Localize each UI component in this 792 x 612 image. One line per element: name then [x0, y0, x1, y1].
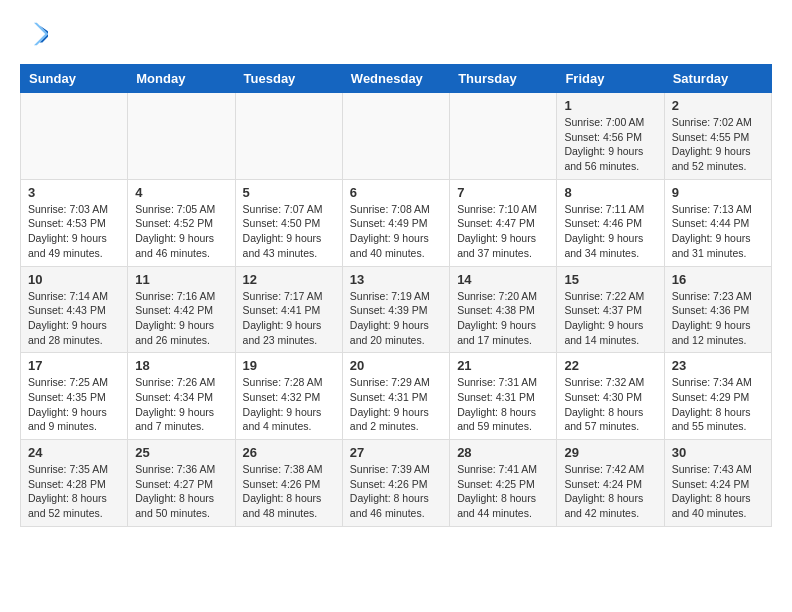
day-of-week-header: Wednesday: [342, 65, 449, 93]
day-info: Sunrise: 7:02 AM Sunset: 4:55 PM Dayligh…: [672, 115, 764, 174]
calendar-table: SundayMondayTuesdayWednesdayThursdayFrid…: [20, 64, 772, 527]
day-info: Sunrise: 7:10 AM Sunset: 4:47 PM Dayligh…: [457, 202, 549, 261]
day-of-week-header: Thursday: [450, 65, 557, 93]
calendar-cell: [128, 93, 235, 180]
day-number: 21: [457, 358, 549, 373]
calendar-cell: 19Sunrise: 7:28 AM Sunset: 4:32 PM Dayli…: [235, 353, 342, 440]
day-of-week-header: Monday: [128, 65, 235, 93]
day-info: Sunrise: 7:17 AM Sunset: 4:41 PM Dayligh…: [243, 289, 335, 348]
calendar-cell: 20Sunrise: 7:29 AM Sunset: 4:31 PM Dayli…: [342, 353, 449, 440]
calendar-cell: 1Sunrise: 7:00 AM Sunset: 4:56 PM Daylig…: [557, 93, 664, 180]
day-number: 10: [28, 272, 120, 287]
day-info: Sunrise: 7:43 AM Sunset: 4:24 PM Dayligh…: [672, 462, 764, 521]
day-info: Sunrise: 7:38 AM Sunset: 4:26 PM Dayligh…: [243, 462, 335, 521]
day-number: 19: [243, 358, 335, 373]
calendar-cell: 13Sunrise: 7:19 AM Sunset: 4:39 PM Dayli…: [342, 266, 449, 353]
day-info: Sunrise: 7:39 AM Sunset: 4:26 PM Dayligh…: [350, 462, 442, 521]
calendar-cell: 2Sunrise: 7:02 AM Sunset: 4:55 PM Daylig…: [664, 93, 771, 180]
calendar-cell: 29Sunrise: 7:42 AM Sunset: 4:24 PM Dayli…: [557, 440, 664, 527]
calendar-cell: 23Sunrise: 7:34 AM Sunset: 4:29 PM Dayli…: [664, 353, 771, 440]
calendar-cell: 5Sunrise: 7:07 AM Sunset: 4:50 PM Daylig…: [235, 179, 342, 266]
day-number: 12: [243, 272, 335, 287]
day-number: 8: [564, 185, 656, 200]
day-info: Sunrise: 7:26 AM Sunset: 4:34 PM Dayligh…: [135, 375, 227, 434]
day-of-week-header: Sunday: [21, 65, 128, 93]
page-header: [20, 20, 772, 48]
day-of-week-header: Saturday: [664, 65, 771, 93]
calendar-week-row: 24Sunrise: 7:35 AM Sunset: 4:28 PM Dayli…: [21, 440, 772, 527]
calendar-cell: [342, 93, 449, 180]
day-info: Sunrise: 7:11 AM Sunset: 4:46 PM Dayligh…: [564, 202, 656, 261]
day-number: 23: [672, 358, 764, 373]
day-info: Sunrise: 7:28 AM Sunset: 4:32 PM Dayligh…: [243, 375, 335, 434]
day-number: 3: [28, 185, 120, 200]
day-info: Sunrise: 7:13 AM Sunset: 4:44 PM Dayligh…: [672, 202, 764, 261]
calendar-cell: 26Sunrise: 7:38 AM Sunset: 4:26 PM Dayli…: [235, 440, 342, 527]
calendar-cell: 3Sunrise: 7:03 AM Sunset: 4:53 PM Daylig…: [21, 179, 128, 266]
day-number: 25: [135, 445, 227, 460]
day-info: Sunrise: 7:29 AM Sunset: 4:31 PM Dayligh…: [350, 375, 442, 434]
day-info: Sunrise: 7:08 AM Sunset: 4:49 PM Dayligh…: [350, 202, 442, 261]
day-number: 20: [350, 358, 442, 373]
day-info: Sunrise: 7:41 AM Sunset: 4:25 PM Dayligh…: [457, 462, 549, 521]
calendar-cell: 30Sunrise: 7:43 AM Sunset: 4:24 PM Dayli…: [664, 440, 771, 527]
calendar-week-row: 17Sunrise: 7:25 AM Sunset: 4:35 PM Dayli…: [21, 353, 772, 440]
day-info: Sunrise: 7:07 AM Sunset: 4:50 PM Dayligh…: [243, 202, 335, 261]
calendar-week-row: 1Sunrise: 7:00 AM Sunset: 4:56 PM Daylig…: [21, 93, 772, 180]
day-number: 13: [350, 272, 442, 287]
calendar-cell: 7Sunrise: 7:10 AM Sunset: 4:47 PM Daylig…: [450, 179, 557, 266]
day-number: 27: [350, 445, 442, 460]
calendar-cell: 17Sunrise: 7:25 AM Sunset: 4:35 PM Dayli…: [21, 353, 128, 440]
calendar-cell: 22Sunrise: 7:32 AM Sunset: 4:30 PM Dayli…: [557, 353, 664, 440]
day-number: 5: [243, 185, 335, 200]
day-number: 15: [564, 272, 656, 287]
day-info: Sunrise: 7:31 AM Sunset: 4:31 PM Dayligh…: [457, 375, 549, 434]
day-info: Sunrise: 7:22 AM Sunset: 4:37 PM Dayligh…: [564, 289, 656, 348]
calendar-cell: 16Sunrise: 7:23 AM Sunset: 4:36 PM Dayli…: [664, 266, 771, 353]
logo: [20, 20, 52, 48]
day-number: 16: [672, 272, 764, 287]
day-of-week-header: Tuesday: [235, 65, 342, 93]
day-info: Sunrise: 7:19 AM Sunset: 4:39 PM Dayligh…: [350, 289, 442, 348]
day-number: 7: [457, 185, 549, 200]
day-number: 14: [457, 272, 549, 287]
calendar-cell: 14Sunrise: 7:20 AM Sunset: 4:38 PM Dayli…: [450, 266, 557, 353]
day-number: 18: [135, 358, 227, 373]
calendar-cell: 8Sunrise: 7:11 AM Sunset: 4:46 PM Daylig…: [557, 179, 664, 266]
day-number: 22: [564, 358, 656, 373]
day-info: Sunrise: 7:03 AM Sunset: 4:53 PM Dayligh…: [28, 202, 120, 261]
calendar-cell: 18Sunrise: 7:26 AM Sunset: 4:34 PM Dayli…: [128, 353, 235, 440]
calendar-week-row: 3Sunrise: 7:03 AM Sunset: 4:53 PM Daylig…: [21, 179, 772, 266]
day-number: 29: [564, 445, 656, 460]
day-number: 26: [243, 445, 335, 460]
day-number: 6: [350, 185, 442, 200]
calendar-cell: [450, 93, 557, 180]
day-info: Sunrise: 7:32 AM Sunset: 4:30 PM Dayligh…: [564, 375, 656, 434]
day-number: 9: [672, 185, 764, 200]
calendar-cell: 25Sunrise: 7:36 AM Sunset: 4:27 PM Dayli…: [128, 440, 235, 527]
day-info: Sunrise: 7:35 AM Sunset: 4:28 PM Dayligh…: [28, 462, 120, 521]
calendar-header-row: SundayMondayTuesdayWednesdayThursdayFrid…: [21, 65, 772, 93]
calendar-cell: [21, 93, 128, 180]
logo-icon: [20, 20, 48, 48]
calendar-cell: [235, 93, 342, 180]
day-number: 30: [672, 445, 764, 460]
day-number: 17: [28, 358, 120, 373]
calendar-cell: 12Sunrise: 7:17 AM Sunset: 4:41 PM Dayli…: [235, 266, 342, 353]
day-info: Sunrise: 7:00 AM Sunset: 4:56 PM Dayligh…: [564, 115, 656, 174]
calendar-cell: 28Sunrise: 7:41 AM Sunset: 4:25 PM Dayli…: [450, 440, 557, 527]
calendar-cell: 10Sunrise: 7:14 AM Sunset: 4:43 PM Dayli…: [21, 266, 128, 353]
day-number: 28: [457, 445, 549, 460]
calendar-cell: 15Sunrise: 7:22 AM Sunset: 4:37 PM Dayli…: [557, 266, 664, 353]
day-number: 2: [672, 98, 764, 113]
day-info: Sunrise: 7:14 AM Sunset: 4:43 PM Dayligh…: [28, 289, 120, 348]
day-number: 24: [28, 445, 120, 460]
day-info: Sunrise: 7:34 AM Sunset: 4:29 PM Dayligh…: [672, 375, 764, 434]
calendar-cell: 6Sunrise: 7:08 AM Sunset: 4:49 PM Daylig…: [342, 179, 449, 266]
calendar-week-row: 10Sunrise: 7:14 AM Sunset: 4:43 PM Dayli…: [21, 266, 772, 353]
day-info: Sunrise: 7:23 AM Sunset: 4:36 PM Dayligh…: [672, 289, 764, 348]
calendar-cell: 4Sunrise: 7:05 AM Sunset: 4:52 PM Daylig…: [128, 179, 235, 266]
calendar-cell: 24Sunrise: 7:35 AM Sunset: 4:28 PM Dayli…: [21, 440, 128, 527]
day-info: Sunrise: 7:36 AM Sunset: 4:27 PM Dayligh…: [135, 462, 227, 521]
day-info: Sunrise: 7:25 AM Sunset: 4:35 PM Dayligh…: [28, 375, 120, 434]
